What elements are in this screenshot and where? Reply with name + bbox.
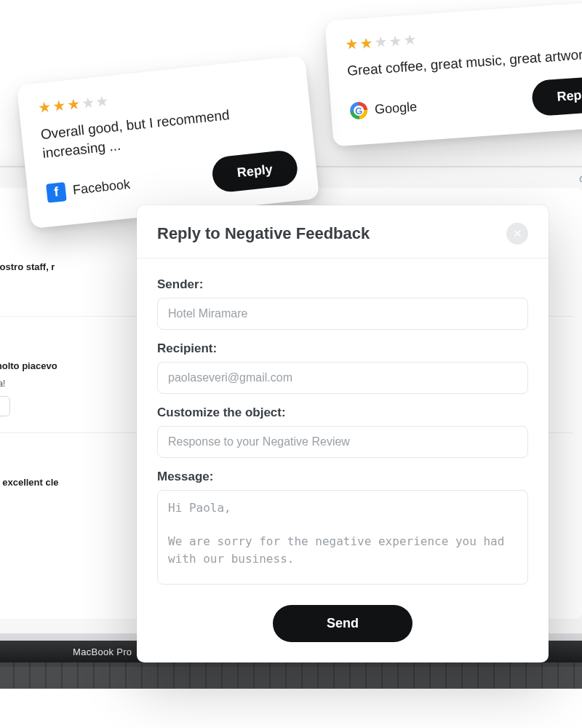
review-source: Google <box>349 98 417 119</box>
recipient-input[interactable] <box>157 362 528 394</box>
object-label: Customize the object: <box>157 405 528 420</box>
facebook-icon: f <box>46 182 67 203</box>
reply-modal: Reply to Negative Feedback ✕ Sender: Rec… <box>137 205 549 662</box>
source-label: Facebook <box>72 177 131 198</box>
google-icon <box>349 101 368 120</box>
modal-title: Reply to Negative Feedback <box>157 224 370 243</box>
device-model: MacBook Pro <box>73 646 132 657</box>
reply-button[interactable]: Reply <box>531 75 582 116</box>
review-source: f Facebook <box>46 175 131 203</box>
sender-input[interactable] <box>157 298 528 330</box>
review-card-google: ★★★★★ Great coffee, great music, great a… <box>324 0 582 146</box>
keyboard-graphic <box>0 662 582 689</box>
source-label: Google <box>374 99 417 117</box>
message-textarea[interactable] <box>157 490 528 585</box>
close-icon[interactable]: ✕ <box>506 223 528 245</box>
gear-icon[interactable]: ⚙ <box>578 173 582 185</box>
reply-button[interactable]: Reply <box>211 149 300 194</box>
remove-button[interactable]: Rimuovi <box>0 396 10 416</box>
sender-label: Sender: <box>157 277 528 292</box>
review-card-facebook: ★★★★★ Overall good, but I recommend incr… <box>17 55 320 229</box>
send-button[interactable]: Send <box>273 605 412 642</box>
object-input[interactable] <box>157 426 528 458</box>
message-label: Message: <box>157 470 528 484</box>
recipient-label: Recipient: <box>157 341 528 356</box>
